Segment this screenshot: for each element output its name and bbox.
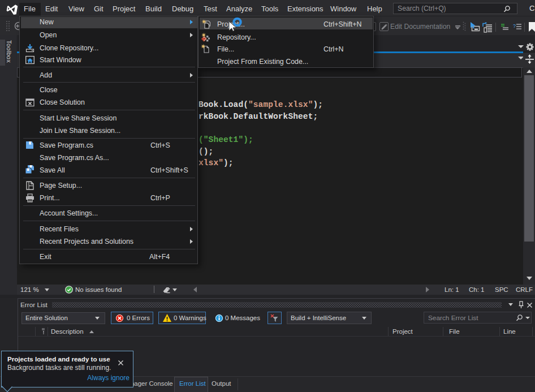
svg-text:?: ? [513,23,516,29]
